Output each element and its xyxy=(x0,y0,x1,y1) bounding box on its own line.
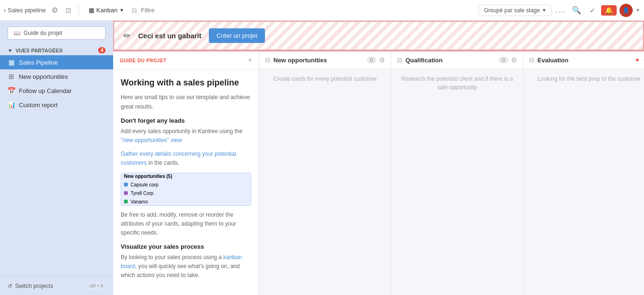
col-header-new-opportunities: ⊟ New opportunities 0 ⚙ xyxy=(259,51,391,69)
col-collapse-btn-2[interactable]: ⊟ xyxy=(397,56,403,64)
guide-intro-text: Here are small tips to use our template … xyxy=(121,93,251,111)
kanban-label: Kanban xyxy=(96,7,117,14)
sidebar-item-custom-report[interactable]: 📊 Custom report xyxy=(0,98,113,112)
avatar[interactable]: 👤 xyxy=(619,4,633,17)
col-desc-2: Research the potential client and if the… xyxy=(391,69,523,97)
guide-project-btn[interactable]: 📖 Guide du projet xyxy=(8,26,106,40)
guide-mini-row-1: Capsule corp xyxy=(121,181,251,189)
template-banner: ✏ Ceci est un gabarit Créer un projet xyxy=(113,21,644,51)
sidebar-item-new-opportunities[interactable]: ⊞ New opportunities xyxy=(0,69,113,84)
sidebar-item-label: New opportunities xyxy=(19,73,68,80)
shortcut-badge: ctrl + k xyxy=(87,282,106,289)
mini-dot-3 xyxy=(124,200,128,203)
sidebar-item-follow-up-calendar[interactable]: 📅 Follow up Calendar xyxy=(0,84,113,98)
mini-dot-2 xyxy=(124,191,128,195)
filter-section: ⊟ xyxy=(132,7,475,14)
sidebar-bottom: ↺ Switch projects ctrl + k xyxy=(0,276,113,295)
guide-para-3: Be free to add, modify, remove or reorde… xyxy=(121,211,251,238)
col-collapse-btn-3[interactable]: ⊟ xyxy=(529,56,535,64)
switch-label: Switch projects xyxy=(15,283,53,289)
col-count-2: 0 xyxy=(499,57,508,63)
col-settings-btn-2[interactable]: ⚙ xyxy=(511,56,517,64)
main-layout: 📖 Guide du projet ▼ VUES PARTAGÉES 4 ▦ S… xyxy=(0,21,644,295)
mini-row-name-2: Tyrell Corp xyxy=(131,191,153,196)
sidebar-item-label: Sales Pipeline xyxy=(19,59,58,66)
guide-para-4: By looking to your sales process using a… xyxy=(121,253,251,280)
nav-settings-btn[interactable]: ⚙ xyxy=(50,4,60,17)
section-count-badge: 4 xyxy=(98,47,106,53)
guide-content: Working with a sales pipeline Here are s… xyxy=(113,70,259,295)
check-btn[interactable]: ✓ xyxy=(587,5,598,16)
avatar-initial: 👤 xyxy=(623,7,629,13)
nav-actions: 🔍 ✓ 🔔 👤 ▼ xyxy=(569,4,640,17)
nav-back-btn[interactable]: ‹ Sales pipeline xyxy=(4,7,46,14)
chart-icon: 📊 xyxy=(8,101,15,109)
avatar-caret-icon[interactable]: ▼ xyxy=(636,8,640,13)
pencil-icon: ✏ xyxy=(124,31,131,41)
sidebar-item-sales-pipeline[interactable]: ▦ Sales Pipeline xyxy=(0,55,113,69)
guide-mini-row-3: Vanamo xyxy=(121,198,251,206)
guide-section-dont-forget: Don't forget any leads xyxy=(121,117,251,124)
col-body-3 xyxy=(523,89,644,295)
sidebar-item-label: Custom report xyxy=(19,101,58,109)
col-collapse-btn-1[interactable]: ⊟ xyxy=(265,56,271,64)
section-label: VUES PARTAGÉES xyxy=(16,48,63,53)
calendar-icon: 📅 xyxy=(8,87,15,94)
kanban-col-qualification: ⊟ Qualification 0 ⚙ Research the potenti… xyxy=(391,51,523,295)
kanban-columns: ⊟ New opportunities 0 ⚙ Create cards for… xyxy=(259,51,644,295)
guide-mini-header: New opportunities (5) xyxy=(121,173,251,181)
create-project-btn[interactable]: Créer un projet xyxy=(209,28,265,43)
guide-para-2: Gather every details concerning your pot… xyxy=(121,150,251,168)
guide-mini-row-2: Tyrell Corp xyxy=(121,189,251,198)
filter-input[interactable] xyxy=(141,7,475,14)
group-label: Groupé par sale stage xyxy=(484,7,540,14)
kanban-caret-icon: ▼ xyxy=(119,8,124,13)
guide-para-1: Add every sales opportunity in Kantree u… xyxy=(121,127,251,145)
mini-row-name-1: Capsule corp xyxy=(131,182,158,187)
top-nav: ‹ Sales pipeline ⚙ ⊡ ▦ Kanban ▼ ⊟ Groupé… xyxy=(0,0,644,21)
sidebar: 📖 Guide du projet ▼ VUES PARTAGÉES 4 ▦ S… xyxy=(0,21,113,295)
col-header-qualification: ⊟ Qualification 0 ⚙ xyxy=(391,51,523,69)
mini-table-title: New opportunities (5) xyxy=(124,174,172,179)
col-title-1: New opportunities xyxy=(273,57,364,64)
guide-mini-table: New opportunities (5) Capsule corp Tyrel… xyxy=(121,173,251,206)
guide-screenshot: New opportunities (5) Capsule corp Tyrel… xyxy=(121,173,251,206)
notifications-btn[interactable]: 🔔 xyxy=(601,5,617,16)
switch-icon: ↺ xyxy=(8,283,12,289)
col-star-icon: ✦ xyxy=(635,56,640,64)
guide-panel-label: GUIDE DU PROJET xyxy=(120,58,166,63)
col-title-2: Qualification xyxy=(405,57,496,64)
collapse-icon: ▼ xyxy=(8,48,13,53)
back-arrow-icon: ‹ xyxy=(4,7,6,14)
filter-icon: ⊟ xyxy=(132,7,137,14)
kanban-area: GUIDE DU PROJET × Working with a sales p… xyxy=(113,51,644,295)
guide-close-btn[interactable]: × xyxy=(248,56,252,65)
col-desc-3: Looking for the best prop to the custome… xyxy=(523,69,644,89)
group-by-btn[interactable]: Groupé par sale stage ▼ xyxy=(479,5,552,16)
kanban-view-btn[interactable]: ▦ Kanban ▼ xyxy=(85,5,128,16)
kanban-col-evaluation: ⊟ Evaluation ✦ ⚙ Looking for the best pr… xyxy=(523,51,644,295)
guide-panel: GUIDE DU PROJET × Working with a sales p… xyxy=(113,51,259,295)
switch-projects-btn[interactable]: ↺ Switch projects xyxy=(8,283,53,289)
search-btn[interactable]: 🔍 xyxy=(569,4,584,17)
grid-icon: ⊞ xyxy=(8,73,15,80)
col-header-evaluation: ⊟ Evaluation ✦ ⚙ xyxy=(523,51,644,69)
sidebar-item-label: Follow up Calendar xyxy=(19,87,72,94)
group-caret-icon: ▼ xyxy=(542,8,546,13)
guide-main-title: Working with a sales pipeline xyxy=(121,77,251,88)
col-settings-btn-1[interactable]: ⚙ xyxy=(379,56,385,64)
col-title-3: Evaluation xyxy=(537,57,631,64)
nav-menu-btn[interactable]: ⊡ xyxy=(64,5,73,16)
template-title: Ceci est un gabarit xyxy=(138,32,201,40)
col-body-1 xyxy=(259,89,391,295)
guide-book-icon: 📖 xyxy=(14,30,21,36)
col-desc-1: Create cards for every potential custome… xyxy=(259,69,391,89)
nav-title: Sales pipeline xyxy=(8,7,46,14)
more-options-btn[interactable]: ... xyxy=(555,5,565,15)
col-body-2 xyxy=(391,97,523,295)
board-icon: ▦ xyxy=(8,59,15,66)
nav-divider xyxy=(79,6,79,15)
guide-btn-label: Guide du projet xyxy=(24,30,62,36)
kanban-col-new-opportunities: ⊟ New opportunities 0 ⚙ Create cards for… xyxy=(259,51,391,295)
sidebar-section-header: ▼ VUES PARTAGÉES 4 xyxy=(0,43,113,55)
